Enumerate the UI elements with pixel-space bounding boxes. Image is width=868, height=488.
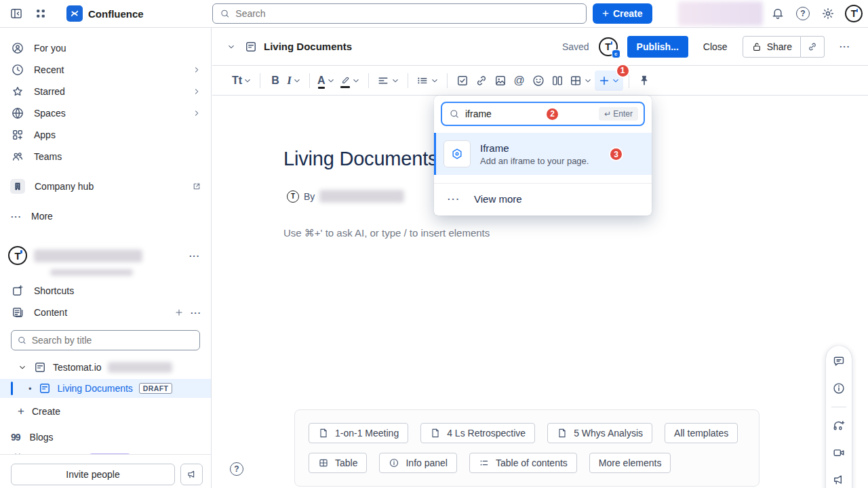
sidebar-item-teams[interactable]: Teams	[0, 146, 211, 167]
search-icon	[220, 8, 230, 19]
comments-button[interactable]	[827, 348, 850, 375]
redacted-space-subtitle	[50, 269, 133, 276]
list-button[interactable]	[414, 70, 441, 91]
template-1on1-meeting[interactable]: 1-on-1 Meeting	[309, 423, 408, 443]
insert-element-button[interactable]: 1	[595, 70, 623, 91]
bold-button[interactable]: B	[266, 70, 285, 91]
help-button[interactable]: ?	[792, 3, 814, 24]
info-icon	[832, 382, 846, 395]
more-actions-button[interactable]: ···	[834, 36, 856, 58]
page-icon	[33, 361, 47, 374]
main-area: Living Documents Saved T c Publish... Cl…	[212, 28, 868, 488]
view-more-item[interactable]: ··· View more	[434, 184, 652, 211]
sidebar-item-apps[interactable]: Apps	[0, 124, 211, 146]
share-button[interactable]: Share	[743, 36, 801, 58]
tree-item-living-documents[interactable]: • Living Documents DRAFT	[0, 379, 211, 398]
sidebar-item-company-hub[interactable]: Company hub	[0, 176, 211, 197]
chevron-right-icon	[192, 65, 201, 75]
apps-icon	[11, 128, 24, 142]
collaborator-avatar[interactable]: T c	[599, 37, 618, 56]
details-button[interactable]	[827, 375, 850, 402]
content-more-button[interactable]: ···	[191, 308, 201, 318]
space-header[interactable]: T ···	[0, 243, 211, 268]
comment-icon	[832, 354, 846, 368]
sidebar-item-content[interactable]: Content ···	[0, 302, 211, 323]
more-elements-button[interactable]: More elements	[589, 453, 671, 473]
audio-button[interactable]	[827, 412, 850, 439]
editor-placeholder[interactable]: Use ⌘+' to ask AI, or type / to insert e…	[283, 227, 490, 239]
element-search-input[interactable]	[465, 108, 540, 119]
text-style-button[interactable]: Tt	[230, 70, 254, 91]
sidebar-item-blogs[interactable]: 99 Blogs	[0, 426, 211, 448]
table-icon	[569, 74, 583, 87]
search-icon	[17, 335, 27, 346]
tree-create-button[interactable]: + Create	[0, 402, 211, 421]
notifications-button[interactable]	[767, 3, 789, 24]
bell-icon	[771, 7, 785, 20]
megaphone-icon	[832, 473, 846, 487]
insert-info-panel-button[interactable]: Info panel	[379, 453, 457, 473]
template-4ls-retrospective[interactable]: 4 Ls Retrospective	[420, 423, 535, 443]
iframe-result-item[interactable]: Iframe Add an iframe to your page. 3	[434, 133, 652, 175]
gear-icon	[821, 7, 835, 20]
global-search-input[interactable]	[235, 8, 579, 19]
sidebar: For you Recent Starred Spaces Apps Teams	[0, 28, 212, 488]
star-icon	[11, 85, 24, 98]
sidebar-item-recent[interactable]: Recent	[0, 59, 211, 81]
insert-table-button[interactable]: Table	[309, 453, 367, 473]
content-search[interactable]	[11, 330, 200, 350]
page-file-icon	[318, 428, 329, 439]
breadcrumb-chevron-down-icon[interactable]	[226, 42, 236, 52]
highlight-button[interactable]	[338, 70, 363, 91]
publish-button[interactable]: Publish...	[627, 36, 688, 58]
redacted-topbar-region	[678, 1, 763, 26]
table-button[interactable]	[567, 70, 595, 91]
settings-button[interactable]	[817, 3, 839, 24]
sidebar-item-spaces[interactable]: Spaces	[0, 102, 211, 124]
external-link-icon	[192, 182, 201, 191]
chevron-down-icon[interactable]	[18, 363, 27, 372]
pin-toolbar-button[interactable]	[635, 70, 654, 91]
close-button[interactable]: Close	[698, 37, 733, 56]
text-color-button[interactable]: A	[315, 70, 338, 91]
insert-link-button[interactable]	[472, 70, 491, 91]
chevron-down-icon	[351, 76, 361, 85]
content-search-input[interactable]	[32, 335, 194, 346]
announce-button[interactable]	[827, 466, 850, 488]
sidebar-item-starred[interactable]: Starred	[0, 81, 211, 102]
create-button[interactable]: + Create	[593, 3, 652, 24]
task-list-button[interactable]	[453, 70, 472, 91]
link-icon	[475, 74, 488, 87]
feedback-button[interactable]	[180, 464, 203, 485]
template-5-whys-analysis[interactable]: 5 Whys Analysis	[547, 423, 652, 443]
insert-image-button[interactable]	[491, 70, 510, 91]
plus-icon: +	[18, 405, 24, 418]
document-title: Living Documents	[264, 41, 352, 52]
video-button[interactable]	[827, 439, 850, 466]
insert-toc-button[interactable]: Table of contents	[469, 453, 577, 473]
sidebar-item-for-you[interactable]: For you	[0, 37, 211, 59]
app-switcher-button[interactable]	[30, 3, 52, 24]
global-search[interactable]	[212, 3, 587, 24]
mention-button[interactable]: @	[510, 70, 529, 91]
element-search[interactable]: 2 ↵ Enter	[441, 102, 645, 126]
alignment-button[interactable]	[374, 70, 402, 91]
tree-item-space[interactable]: Testomat.io	[0, 359, 211, 376]
all-templates-button[interactable]: All templates	[665, 423, 738, 443]
sidebar-item-more[interactable]: ··· More	[0, 205, 211, 227]
annotation-badge-1: 1	[616, 64, 630, 78]
copy-link-button[interactable]	[801, 36, 825, 58]
editor-help-button[interactable]: ?	[230, 462, 243, 476]
sidebar-item-shortcuts[interactable]: Shortcuts	[0, 280, 211, 302]
add-content-icon[interactable]	[174, 308, 184, 317]
chevron-right-icon	[192, 87, 201, 96]
confluence-home-link[interactable]: Confluence	[66, 5, 144, 22]
collapse-sidebar-button[interactable]	[5, 3, 27, 24]
emoji-button[interactable]	[529, 70, 548, 91]
layouts-button[interactable]	[548, 70, 567, 91]
page-title[interactable]: Living Documents	[283, 148, 437, 170]
space-more-button[interactable]: ···	[189, 251, 201, 261]
invite-people-button[interactable]: Invite people	[11, 464, 175, 485]
italic-button[interactable]: I	[285, 70, 304, 91]
user-avatar[interactable]: T	[845, 5, 863, 22]
